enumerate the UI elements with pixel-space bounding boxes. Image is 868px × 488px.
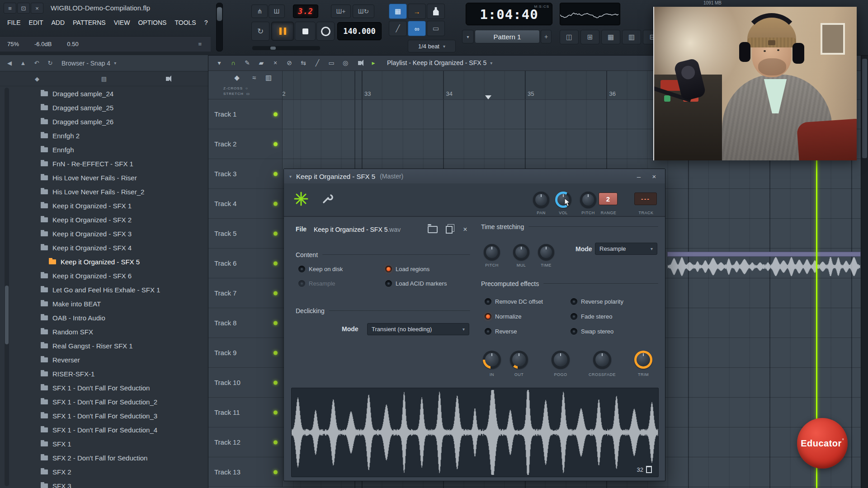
track-name[interactable]: Track 11 <box>208 398 283 427</box>
window-restore-icon[interactable]: ⊡ <box>17 3 30 14</box>
close-icon[interactable]: × <box>649 172 660 181</box>
track-name[interactable]: Track 6 <box>208 249 283 278</box>
track-name[interactable]: Track 13 <box>208 457 283 487</box>
playlist-title[interactable]: Playlist - Keep it Organized - SFX 5 ▾ <box>387 59 492 66</box>
step-arrow-icon[interactable]: → <box>408 4 426 19</box>
draw-tool-icon[interactable]: ✎ <box>242 58 252 68</box>
typing-keyboard-icon[interactable] <box>427 4 445 19</box>
browser-item[interactable]: Random SFX <box>13 325 208 339</box>
browser-item[interactable]: Keep it Organized - SFX 6 <box>13 269 208 283</box>
track-name[interactable]: Track 3 <box>208 159 283 188</box>
track-name[interactable]: Track 10 <box>208 368 283 397</box>
option-load-acid-markers[interactable]: Load ACID markers <box>385 280 447 287</box>
stretch-mode-dropdown[interactable]: Resample ▾ <box>595 243 657 255</box>
step-edit-icon[interactable]: Ш+ <box>331 5 351 18</box>
browser-item[interactable]: Dragged sample_26 <box>13 115 208 129</box>
pause-button[interactable] <box>271 22 294 41</box>
stretch-mul-knob[interactable] <box>513 244 529 260</box>
zcross-setting[interactable]: Z-CROSS○ <box>223 86 248 90</box>
stretch-time-knob[interactable] <box>538 244 554 260</box>
in-knob[interactable] <box>483 351 501 369</box>
range-display[interactable]: 2 <box>599 192 618 205</box>
file-view-icon[interactable]: ▤ <box>99 74 109 84</box>
track-led[interactable] <box>274 202 278 206</box>
track-led[interactable] <box>274 440 278 444</box>
stretch-icon[interactable]: ≈ <box>249 74 259 81</box>
tempo-display[interactable]: 140.000 <box>337 22 382 40</box>
minimize-icon[interactable]: – <box>633 172 644 181</box>
browser-item[interactable]: Real Gangst - Riser SFX 1 <box>13 339 208 353</box>
link-controllers-icon[interactable]: ∞ <box>408 21 426 36</box>
browser-item[interactable]: FnN - Re-EFFECT - SFX 1 <box>13 157 208 171</box>
browser-item[interactable]: OAB - Intro Audio <box>13 311 208 325</box>
track-led[interactable] <box>274 112 278 116</box>
track-led[interactable] <box>274 410 278 414</box>
browser-item[interactable]: SFX 3 <box>13 479 208 488</box>
mute-tool-icon[interactable]: ⊘ <box>284 58 294 68</box>
shuttle-slider[interactable] <box>252 46 320 50</box>
browser-item[interactable]: SFX 2 <box>13 465 208 479</box>
sample-settings-icon[interactable] <box>292 191 310 207</box>
step-seq-window-icon[interactable]: ⊞ <box>580 30 599 44</box>
track-led[interactable] <box>274 321 278 325</box>
browser-item[interactable]: Keep it Organized - SFX 1 <box>13 199 208 213</box>
scrollbar-thumb[interactable] <box>5 286 9 344</box>
zcross-icon[interactable]: ◆ <box>231 74 242 82</box>
browser-item[interactable]: His Love Never Fails - Riser <box>13 171 208 185</box>
playlist-picker-icon[interactable]: ▦ <box>389 4 407 19</box>
menu-patterns[interactable]: PATTERNS <box>73 19 106 26</box>
track-name[interactable]: Track 12 <box>208 427 283 457</box>
browser-item[interactable]: Let Go and Feel His Exhale - SFX 1 <box>13 283 208 297</box>
crossfade-knob[interactable] <box>593 351 611 369</box>
pattern-selector[interactable]: Pattern 1 <box>475 30 540 43</box>
browser-item[interactable]: Make into BEAT <box>13 297 208 311</box>
track-led[interactable] <box>274 231 278 235</box>
option-normalize[interactable]: Normalize <box>485 313 522 320</box>
browser-item[interactable]: Keep it Organized - SFX 3 <box>13 227 208 241</box>
browser-item[interactable]: Keep it Organized - SFX 4 <box>13 241 208 255</box>
favorites-icon[interactable]: ◆ <box>32 74 42 84</box>
dialog-titlebar[interactable]: ▾ Keep it Organized - SFX 5 (Master) – × <box>284 169 665 183</box>
hint-settings-icon[interactable]: ≡ <box>198 41 202 47</box>
menu-file[interactable]: FILE <box>7 19 21 26</box>
refresh-icon[interactable]: ↻ <box>45 60 55 66</box>
track-led[interactable] <box>274 172 278 176</box>
slide-switch-icon[interactable]: ╱ <box>389 21 407 36</box>
countdown-icon[interactable]: Ш <box>269 5 285 18</box>
track-name[interactable]: Track 7 <box>208 278 283 308</box>
back-icon[interactable]: ◀ <box>5 60 14 66</box>
track-name[interactable]: Track 4 <box>208 189 283 218</box>
zoom-tool-icon[interactable]: ◎ <box>340 58 350 68</box>
pan-knob[interactable] <box>533 192 549 208</box>
delete-tool-icon[interactable]: × <box>270 58 280 68</box>
track-led[interactable] <box>274 291 278 295</box>
audio-clip[interactable] <box>667 252 861 277</box>
menu-tools[interactable]: TOOLS <box>175 19 196 26</box>
piano-roll-window-icon[interactable]: ▦ <box>601 30 620 44</box>
browser-item[interactable]: RISER-SFX-1 <box>13 367 208 381</box>
option-keep-on-disk[interactable]: Keep on disk <box>298 266 343 272</box>
clip-header[interactable] <box>667 252 861 257</box>
track-name[interactable]: Track 8 <box>208 308 283 338</box>
loop-record-icon[interactable]: Ш↻ <box>353 5 374 18</box>
option-reverse[interactable]: Reverse <box>485 328 517 335</box>
time-display[interactable]: 1:04:40 M:S:CS <box>466 3 552 25</box>
track-name[interactable]: Track 2 <box>208 129 283 159</box>
option-reverse-polarity[interactable]: Reverse polarity <box>571 298 623 305</box>
stretch-pitch-knob[interactable] <box>484 244 500 260</box>
browser-item[interactable]: SFX 1 - Don't Fall For Seduction_4 <box>13 423 208 437</box>
master-volume-slider[interactable] <box>216 3 223 52</box>
option-fade-stereo[interactable]: Fade stereo <box>571 313 612 320</box>
stretch-setting[interactable]: STRETCH▭ <box>223 92 250 96</box>
track-display[interactable]: --- <box>634 192 657 205</box>
open-folder-icon[interactable] <box>427 224 439 235</box>
menu-view[interactable]: VIEW <box>114 19 130 26</box>
clear-sample-icon[interactable]: × <box>459 224 471 235</box>
browser-item[interactable]: SFX 1 - Don't Fall For Seduction_2 <box>13 395 208 409</box>
declicking-mode-dropdown[interactable]: Transient (no bleeding) ▾ <box>367 323 469 335</box>
menu-options[interactable]: OPTIONS <box>138 19 166 26</box>
snap-magnet-icon[interactable]: ∩ <box>228 58 238 68</box>
shuttle-thumb[interactable] <box>270 47 276 50</box>
option-load-regions[interactable]: Load regions <box>385 266 429 272</box>
browser-item[interactable]: SFX 1 - Don't Fall For Seduction_3 <box>13 409 208 423</box>
